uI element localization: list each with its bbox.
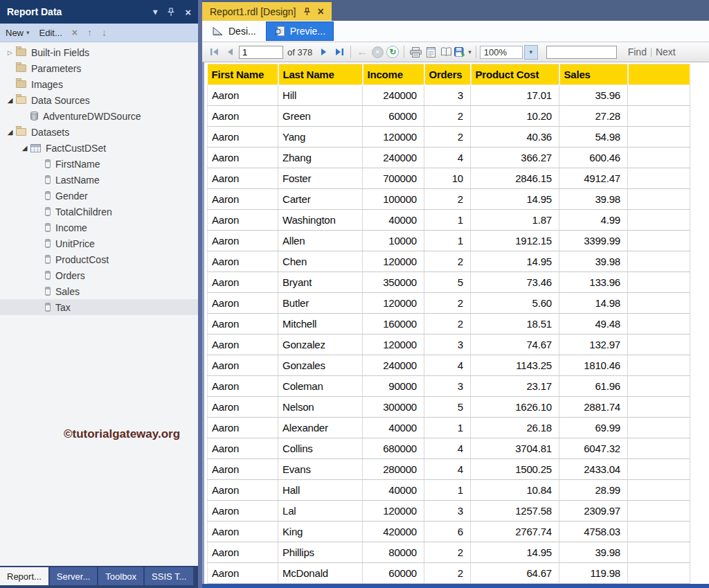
cell-sales: 28.99 <box>559 480 628 501</box>
tree-item-unitprice[interactable]: UnitPrice <box>0 235 198 251</box>
panel-tab-ssis-t[interactable]: SSIS T... <box>145 567 193 585</box>
expander-icon[interactable]: ▷ <box>4 49 16 56</box>
previous-page-button[interactable] <box>222 44 236 60</box>
move-up-button[interactable]: ↑ <box>87 27 92 38</box>
cell-last-name: Lal <box>278 501 363 522</box>
cell-orders: 2 <box>424 127 471 148</box>
tree-item-productcost[interactable]: ProductCost <box>0 251 198 267</box>
cell-first-name: Aaron <box>208 376 278 397</box>
panel-tab-server[interactable]: Server... <box>50 567 97 585</box>
cell-last-name: Zhang <box>278 148 363 168</box>
tree-item-tax[interactable]: Tax <box>0 299 198 315</box>
tree-item-gender[interactable]: Gender <box>0 188 198 204</box>
cell-income: 700000 <box>363 168 424 189</box>
toolbar-separator <box>350 46 351 58</box>
tree-item-sales[interactable]: Sales <box>0 283 198 299</box>
cell-first-name: Aaron <box>208 210 278 231</box>
next-button[interactable]: Next <box>652 46 680 57</box>
delete-button[interactable]: × <box>72 27 78 38</box>
close-tab-button[interactable]: × <box>318 6 324 18</box>
pin-button[interactable] <box>167 8 175 17</box>
tab-preview[interactable]: Previe... <box>266 21 334 41</box>
back-button[interactable]: ← <box>355 44 369 60</box>
panel-tab-toolbox[interactable]: Toolbox <box>98 567 143 585</box>
move-down-button[interactable]: ↓ <box>102 27 107 38</box>
tree-item-label: Gender <box>55 190 88 202</box>
tree-item-orders[interactable]: Orders <box>0 267 198 283</box>
cell-income: 680000 <box>363 438 424 459</box>
cell-orders: 2 <box>424 542 471 563</box>
cell-orders: 2 <box>424 563 471 584</box>
tree-item-factcustdset[interactable]: ◢ FactCustDSet <box>0 140 198 156</box>
pin-tab-button[interactable] <box>303 8 311 16</box>
edit-button[interactable]: Edit... <box>39 28 62 38</box>
cell-last-name: Foster <box>278 168 363 189</box>
table-row: Aaron Collins 680000 4 3704.81 6047.32 <box>208 438 690 459</box>
cell-orders: 4 <box>424 355 471 376</box>
tree-item-firstname[interactable]: FirstName <box>0 156 198 172</box>
cell-income: 90000 <box>363 376 424 397</box>
cell-income: 120000 <box>363 293 424 314</box>
cell-last-name: Phillips <box>278 542 363 563</box>
tree-item-built-in-fields[interactable]: ▷ Built-in Fields <box>0 44 198 60</box>
cell-empty <box>628 563 690 584</box>
tree-item-data-sources[interactable]: ◢ Data Sources <box>0 92 198 108</box>
cell-income: 240000 <box>363 85 424 106</box>
table-row: Aaron Coleman 90000 3 23.17 61.96 <box>208 376 690 397</box>
page-number-input[interactable] <box>239 46 283 59</box>
next-page-button[interactable] <box>317 44 331 60</box>
export-button[interactable]: ▾ <box>454 44 472 60</box>
table-row: Aaron Evans 280000 4 1500.25 2433.04 <box>208 459 690 480</box>
watermark: ©tutorialgateway.org <box>64 427 180 441</box>
cell-empty <box>628 106 690 127</box>
refresh-button[interactable]: ↻ <box>386 44 400 60</box>
window-position-button[interactable]: ▾ <box>153 7 157 17</box>
expander-icon[interactable]: ◢ <box>4 128 16 136</box>
expander-icon[interactable]: ◢ <box>4 96 16 104</box>
find-button[interactable]: Find <box>624 46 651 57</box>
first-page-button[interactable] <box>207 44 221 60</box>
tree-item-datasets[interactable]: ◢ Datasets <box>0 124 198 140</box>
tree-item-income[interactable]: Income <box>0 220 198 235</box>
preview-tab-label: Previe... <box>290 26 325 37</box>
table-row: Aaron Mitchell 160000 2 18.51 49.48 <box>208 314 690 335</box>
cell-product-cost: 1500.25 <box>471 459 559 480</box>
printer-icon <box>410 47 422 57</box>
new-button[interactable]: New▾ <box>6 28 30 38</box>
cell-orders: 5 <box>424 397 471 418</box>
tab-design[interactable]: Desi... <box>204 22 264 40</box>
zoom-dropdown-button[interactable]: ▾ <box>524 45 538 60</box>
cell-sales: 2433.04 <box>559 459 628 480</box>
tab-report1-rdl[interactable]: Report1.rdl [Design] × <box>202 2 332 21</box>
cell-sales: 4.99 <box>559 584 628 585</box>
panel-tab-report[interactable]: Report... <box>0 567 48 585</box>
tree-item-parameters[interactable]: Parameters <box>0 60 198 76</box>
stop-button[interactable]: × <box>370 44 384 60</box>
expander-icon[interactable]: ◢ <box>19 144 30 152</box>
tree-item-lastname[interactable]: LastName <box>0 172 198 188</box>
cell-last-name: Carter <box>278 189 363 210</box>
zoom-value: 100% <box>484 47 507 57</box>
cell-orders: 5 <box>424 272 471 293</box>
tree-item-images[interactable]: Images <box>0 76 198 92</box>
tree-item-label: TotalChildren <box>55 206 112 217</box>
page-setup-button[interactable] <box>439 44 453 60</box>
cell-income: 300000 <box>363 397 424 418</box>
folder-icon <box>16 48 26 56</box>
cell-sales: 1810.46 <box>559 355 628 376</box>
find-input[interactable] <box>546 46 617 59</box>
print-layout-button[interactable] <box>424 44 438 60</box>
pin-icon <box>167 8 175 17</box>
cell-first-name: Aaron <box>208 335 278 355</box>
cell-first-name: Aaron <box>208 231 278 251</box>
tree-item-adventuredwdsource[interactable]: AdventureDWDSource <box>0 108 198 124</box>
last-page-button[interactable] <box>332 44 346 60</box>
cell-empty <box>628 584 690 585</box>
table-header-cell-last-name: Last Name <box>278 64 363 85</box>
print-button[interactable] <box>409 44 422 60</box>
close-panel-button[interactable]: × <box>185 6 191 18</box>
cell-first-name: Aaron <box>208 563 278 584</box>
tree-item-totalchildren[interactable]: TotalChildren <box>0 204 198 220</box>
cell-empty <box>628 542 690 563</box>
zoom-select[interactable]: 100% <box>480 46 523 59</box>
